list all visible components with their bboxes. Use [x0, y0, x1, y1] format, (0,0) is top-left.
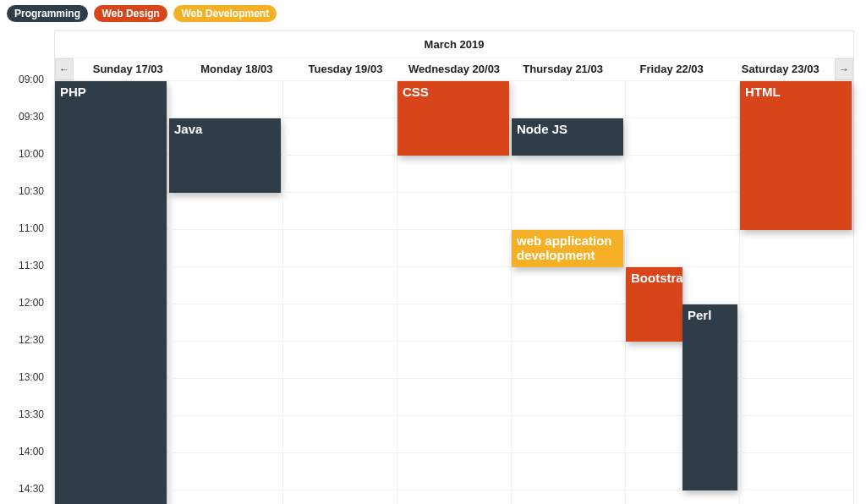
time-label: 12:00 [5, 297, 49, 334]
time-slot[interactable] [169, 193, 282, 230]
time-slot[interactable] [169, 230, 282, 267]
time-slot[interactable] [626, 118, 739, 156]
time-slot[interactable] [512, 342, 625, 379]
time-slot[interactable] [512, 379, 625, 416]
time-slot[interactable] [283, 304, 397, 342]
time-label: 10:00 [5, 148, 49, 185]
time-slot[interactable] [169, 342, 282, 379]
category-legend: Programming Web Design Web Development [0, 0, 866, 27]
calendar-title: March 2019 [55, 31, 853, 58]
time-slot[interactable] [397, 193, 511, 230]
time-slot[interactable] [740, 490, 853, 504]
time-label: 13:00 [5, 371, 49, 408]
event-web-application-development[interactable]: web application development [512, 230, 623, 267]
time-slot[interactable] [397, 230, 511, 267]
time-slot[interactable] [283, 342, 397, 379]
time-slot[interactable] [626, 156, 739, 193]
time-slot[interactable] [512, 193, 625, 230]
time-label: 14:30 [5, 483, 49, 504]
time-slot[interactable] [740, 267, 853, 304]
time-slot[interactable] [397, 453, 511, 490]
event-node-js[interactable]: Node JS [512, 118, 623, 156]
time-slot[interactable] [512, 267, 625, 304]
day-column: Java [168, 81, 282, 504]
time-label: 11:00 [5, 222, 49, 260]
time-slot[interactable] [283, 193, 397, 230]
day-header: Friday 22/03 [617, 58, 726, 80]
time-label: 12:30 [5, 334, 49, 371]
time-slot[interactable] [512, 304, 625, 342]
time-slot[interactable] [169, 304, 282, 342]
time-slot[interactable] [512, 81, 625, 118]
time-slot[interactable] [512, 490, 625, 504]
time-slot[interactable] [283, 118, 397, 156]
time-slot[interactable] [283, 81, 397, 118]
time-slot[interactable] [169, 81, 282, 118]
time-slot[interactable] [740, 379, 853, 416]
time-slot[interactable] [169, 453, 282, 490]
event-html[interactable]: HTML [740, 81, 852, 230]
time-slot[interactable] [169, 267, 282, 304]
time-slot[interactable] [283, 156, 397, 193]
time-label: 10:30 [5, 185, 49, 222]
time-slot[interactable] [740, 342, 853, 379]
time-slot[interactable] [397, 304, 511, 342]
time-slot[interactable] [740, 304, 853, 342]
day-header: Sunday 17/03 [74, 58, 183, 80]
time-slot[interactable] [512, 453, 625, 490]
time-slot[interactable] [626, 81, 739, 118]
time-slot[interactable] [283, 416, 397, 453]
time-slot[interactable] [512, 156, 625, 193]
time-slot[interactable] [626, 490, 739, 504]
time-label: 14:00 [5, 446, 49, 483]
day-header: Thursday 21/03 [508, 58, 617, 80]
event-bootstrap[interactable]: Bootstra [626, 267, 682, 342]
time-slot[interactable] [283, 453, 397, 490]
day-header: Wednesday 20/03 [400, 58, 509, 80]
time-slot[interactable] [397, 490, 511, 504]
time-slot[interactable] [397, 156, 511, 193]
prev-week-button[interactable]: ← [55, 58, 74, 80]
time-slot[interactable] [283, 490, 397, 504]
calendar-body: PHPJavaCSSNode JSweb application develop… [55, 81, 853, 504]
time-label: 13:30 [5, 408, 49, 446]
day-header: Monday 18/03 [183, 58, 292, 80]
time-slot[interactable] [512, 416, 625, 453]
time-slot[interactable] [397, 416, 511, 453]
time-slot[interactable] [169, 416, 282, 453]
event-perl[interactable]: Perl [682, 304, 737, 490]
legend-web-design: Web Design [94, 5, 167, 22]
event-css[interactable]: CSS [397, 81, 509, 156]
calendar: March 2019 ← Sunday 17/03 Monday 18/03 T… [54, 30, 854, 504]
day-column: BootstraPerl [625, 81, 739, 504]
day-column: CSS [397, 81, 511, 504]
event-php[interactable]: PHP [55, 81, 167, 504]
time-slot[interactable] [169, 490, 282, 504]
day-column [282, 81, 397, 504]
time-slot[interactable] [626, 193, 739, 230]
time-slot[interactable] [283, 379, 397, 416]
time-slot[interactable] [740, 230, 853, 267]
next-week-button[interactable]: → [835, 58, 853, 80]
time-slot[interactable] [397, 342, 511, 379]
time-slot[interactable] [283, 230, 397, 267]
time-slot[interactable] [283, 267, 397, 304]
day-column: HTML [739, 81, 853, 504]
time-slot[interactable] [740, 416, 853, 453]
day-column: PHP [55, 81, 168, 504]
event-java[interactable]: Java [169, 118, 281, 193]
day-header-row: ← Sunday 17/03 Monday 18/03 Tuesday 19/0… [55, 58, 853, 81]
time-label: 11:30 [5, 260, 49, 297]
time-slot[interactable] [397, 267, 511, 304]
time-slot[interactable] [169, 379, 282, 416]
time-gutter: 09:0009:3010:0010:3011:0011:3012:0012:30… [5, 79, 49, 504]
legend-web-development: Web Development [173, 5, 277, 22]
time-slot[interactable] [626, 230, 739, 267]
legend-programming: Programming [7, 5, 88, 22]
time-label: 09:00 [5, 74, 49, 111]
time-slot[interactable] [397, 379, 511, 416]
day-header: Saturday 23/03 [726, 58, 835, 80]
time-label: 09:30 [5, 111, 49, 148]
time-slot[interactable] [740, 453, 853, 490]
day-header: Tuesday 19/03 [291, 58, 400, 80]
